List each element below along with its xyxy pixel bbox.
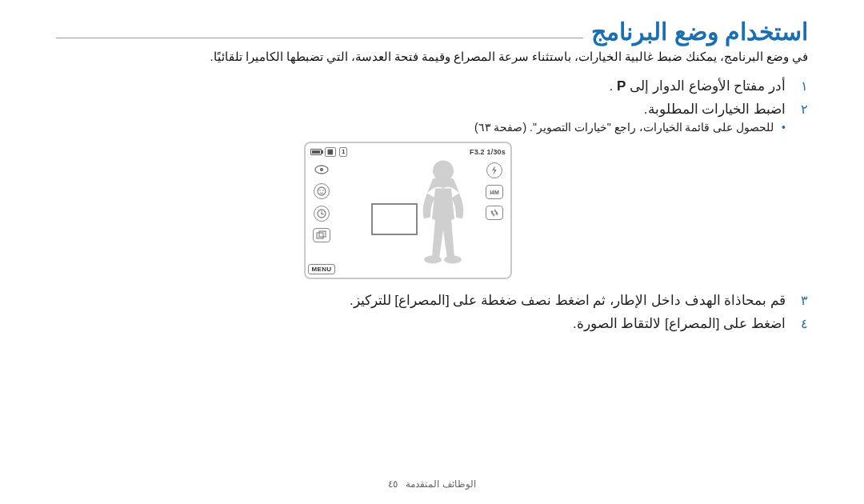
step-4: ٤ اضغط على [المصراع] لالتقاط الصورة.: [56, 315, 808, 332]
footer-page-number: ٤٥: [388, 478, 398, 490]
menu-button[interactable]: MENU: [308, 264, 336, 274]
svg-point-1: [320, 168, 323, 171]
step-1: ١ أدر مفتاح الأوضاع الدوار إلى P .: [56, 78, 808, 94]
step-3: ٣ قم بمحاذاة الهدف داخل الإطار، ثم اضغط …: [56, 292, 808, 309]
camera-preview: F3.2 1/30s 1 ▦ MENU: [304, 142, 512, 279]
step-text: قم بمحاذاة الهدف داخل الإطار، ثم اضغط نص…: [350, 293, 786, 308]
step-number: ١: [801, 78, 808, 94]
flash-icon: [486, 162, 502, 178]
svg-point-4: [322, 190, 324, 191]
mode-p-label: P: [617, 78, 626, 94]
shots-remaining: 1: [339, 147, 347, 157]
right-icon-column: I4M: [483, 162, 506, 220]
sd-icon: ▦: [325, 147, 336, 157]
footer-section: الوظائف المتقدمة: [406, 478, 475, 490]
battery-icon: [310, 149, 322, 155]
intro-paragraph: في وضع البرنامج، يمكنك ضبط غالبية الخيار…: [56, 50, 808, 63]
title-rule: [56, 38, 583, 38]
step-text: اضغط على [المصراع] لالتقاط الصورة.: [573, 316, 786, 331]
step-text: اضبط الخيارات المطلوبة.: [644, 102, 786, 117]
step-2-sub: للحصول على قائمة الخيارات، راجع "خيارات …: [56, 121, 786, 134]
step-text: أدر مفتاح الأوضاع الدوار إلى: [626, 78, 786, 94]
size-icon: I4M: [486, 185, 503, 199]
svg-point-3: [319, 190, 321, 191]
step-number: ٢: [801, 102, 808, 117]
left-icon-column: MENU: [310, 162, 333, 274]
drive-icon: [313, 228, 330, 242]
eye-icon: [313, 162, 330, 177]
svg-point-13: [444, 256, 462, 264]
page-title: استخدام وضع البرنامج: [591, 18, 808, 46]
step-number: ٤: [801, 316, 808, 331]
page-footer: الوظائف المتقدمة ٤٥: [0, 478, 864, 490]
step-text-tail: .: [610, 78, 617, 94]
autofocus-frame: [371, 203, 418, 235]
svg-point-2: [318, 187, 326, 195]
step-number: ٣: [801, 293, 808, 308]
stabilizer-icon: [486, 206, 503, 220]
timer-icon: [314, 206, 330, 222]
exposure-readout: F3.2 1/30s: [470, 148, 506, 156]
svg-rect-10: [319, 231, 326, 237]
step-2: ٢ اضبط الخيارات المطلوبة. للحصول على قائ…: [56, 101, 808, 134]
face-icon: [314, 183, 330, 199]
svg-rect-9: [317, 233, 323, 238]
svg-point-12: [424, 256, 442, 264]
